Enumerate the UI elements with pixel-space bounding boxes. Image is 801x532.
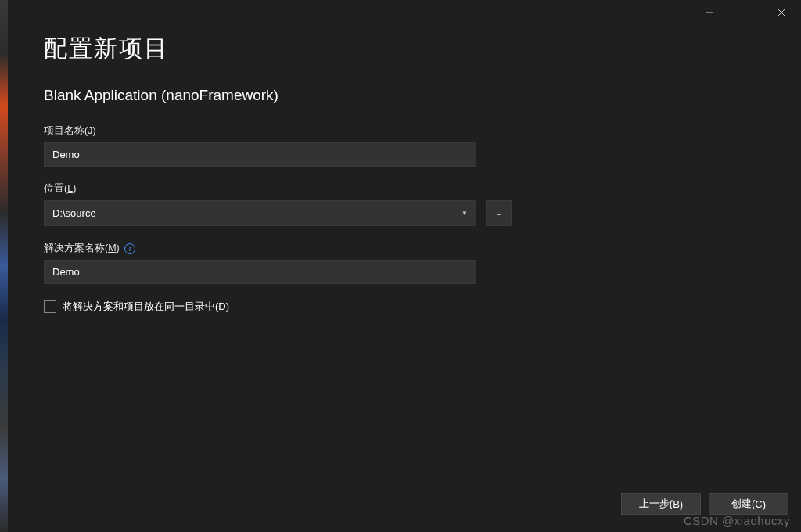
project-name-label: 项目名称(J)	[44, 124, 521, 138]
close-button[interactable]	[763, 1, 799, 24]
chevron-down-icon: ▼	[462, 210, 468, 217]
minimize-button[interactable]	[691, 1, 727, 24]
form-area: 项目名称(J) 位置(L) D:\source ▼ ...	[44, 124, 521, 314]
same-directory-checkbox[interactable]	[44, 300, 56, 313]
back-button[interactable]: 上一步(B)	[621, 493, 701, 515]
titlebar	[8, 0, 801, 25]
template-name: Blank Application (nanoFramework)	[44, 87, 765, 104]
maximize-button[interactable]	[727, 1, 763, 24]
location-field: 位置(L) D:\source ▼ ...	[44, 182, 521, 226]
project-name-field: 项目名称(J)	[44, 124, 521, 167]
dialog-window: 配置新项目 Blank Application (nanoFramework) …	[8, 0, 801, 532]
background-sidebar-strip	[0, 0, 8, 532]
create-button[interactable]: 创建(C)	[709, 493, 788, 515]
location-value: D:\source	[52, 207, 96, 219]
dialog-content: 配置新项目 Blank Application (nanoFramework) …	[8, 25, 801, 532]
watermark: CSDN @xiaohucxy	[684, 514, 790, 527]
solution-name-field: 解决方案名称(M) i	[44, 242, 521, 284]
location-combobox[interactable]: D:\source ▼	[44, 200, 476, 226]
location-label: 位置(L)	[44, 182, 521, 196]
solution-name-label: 解决方案名称(M)	[44, 242, 120, 255]
same-directory-label: 将解决方案和项目放在同一目录中(D)	[63, 300, 229, 314]
page-title: 配置新项目	[44, 33, 765, 65]
solution-name-input[interactable]	[44, 260, 476, 284]
info-icon[interactable]: i	[124, 243, 135, 254]
project-name-input[interactable]	[44, 142, 476, 167]
footer-buttons: 上一步(B) 创建(C)	[621, 493, 788, 515]
same-directory-option[interactable]: 将解决方案和项目放在同一目录中(D)	[44, 300, 521, 314]
svg-rect-0	[742, 9, 749, 16]
browse-button[interactable]: ...	[486, 200, 512, 226]
